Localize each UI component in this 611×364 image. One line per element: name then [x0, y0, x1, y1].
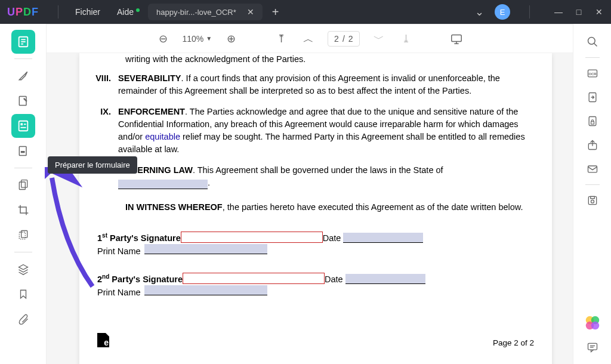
right-sidebar: OCR [573, 24, 611, 364]
print-name-field-1[interactable] [144, 244, 267, 254]
tooltip-prepare-form: Préparer le formulaire [48, 156, 137, 174]
page-current: 2 [334, 34, 339, 44]
convert-icon [587, 91, 598, 103]
menu-help[interactable]: Aide [109, 7, 142, 17]
svg-rect-26 [588, 166, 597, 172]
divider [585, 184, 600, 185]
svg-rect-11 [19, 182, 25, 190]
svg-rect-4 [19, 97, 26, 106]
maximize-button[interactable]: □ [574, 7, 584, 17]
chevron-down-icon[interactable]: ⌄ [475, 5, 484, 18]
search-icon [587, 36, 598, 48]
redact-button[interactable] [11, 139, 35, 163]
presentation-button[interactable] [448, 30, 465, 47]
divider [14, 168, 32, 168]
left-sidebar [0, 24, 47, 364]
lock-page-icon [587, 115, 598, 127]
protect-button[interactable] [582, 110, 603, 132]
clause-enforcement: IX. ENFORCEMENT. The Parties acknowledge… [91, 106, 540, 156]
next-page-button[interactable]: ﹀ [371, 30, 387, 47]
new-tab-button[interactable]: + [272, 5, 279, 19]
zoom-out-button[interactable]: ⊖ [155, 30, 171, 47]
zoom-value: 110% [182, 34, 203, 44]
edit-button[interactable] [11, 89, 35, 113]
chevron-down-icon: ▼ [206, 35, 212, 42]
crop-icon [17, 204, 29, 216]
date-field-2[interactable] [345, 274, 425, 284]
bookmark-icon [18, 288, 29, 300]
app-logo: UPDF [7, 6, 39, 18]
svg-rect-13 [19, 232, 25, 239]
signature-field-1[interactable] [181, 232, 323, 243]
page-input[interactable]: 2 / 2 [328, 31, 359, 47]
state-field[interactable] [118, 180, 208, 189]
mail-icon [587, 163, 598, 175]
print-name-field-2[interactable] [144, 285, 267, 295]
svg-point-33 [591, 322, 599, 330]
signature-block-2: 2nd Party's SignatureDate Print Name [97, 273, 540, 297]
minimize-button[interactable]: — [554, 7, 563, 17]
svg-rect-12 [21, 180, 27, 188]
prev-page-button[interactable]: ︿ [300, 30, 317, 47]
save-icon [587, 195, 598, 206]
ocr-button[interactable]: OCR [582, 63, 603, 84]
pages-button[interactable] [11, 173, 35, 197]
save-button[interactable] [582, 190, 603, 211]
signature-field-2[interactable] [183, 273, 325, 284]
search-button[interactable] [582, 31, 603, 53]
divider [14, 58, 32, 59]
svg-rect-14 [21, 231, 27, 238]
crop-button[interactable] [11, 198, 35, 222]
tab-close-icon[interactable]: ✕ [247, 7, 254, 17]
clause-severability: VIII. SEVERABILITY. If a court finds tha… [91, 72, 540, 97]
clause-governing-law: X. GOVERNING LAW. This Agreement shall b… [91, 164, 540, 189]
user-avatar[interactable]: E [495, 4, 510, 20]
document-page: writing with the acknowledgment of the P… [79, 53, 552, 364]
truncated-line: writing with the acknowledgment of the P… [125, 53, 540, 64]
watermark-button[interactable] [11, 223, 35, 247]
page-icon [17, 35, 30, 48]
svg-rect-6 [20, 123, 23, 125]
email-button[interactable] [582, 158, 603, 180]
page-number: Page 2 of 2 [493, 338, 534, 347]
share-icon [587, 139, 598, 151]
svg-point-28 [591, 200, 594, 203]
zoom-select[interactable]: 110% ▼ [182, 34, 212, 44]
ai-flower-icon[interactable] [584, 314, 601, 332]
tab-label: happy-bir...-love_OCR* [156, 8, 236, 17]
prepare-form-button[interactable] [11, 114, 35, 138]
last-page-button[interactable]: ⤓ [398, 30, 415, 47]
convert-button[interactable] [582, 87, 603, 108]
layers-button[interactable] [11, 257, 35, 281]
form-icon [17, 119, 30, 132]
share-button[interactable] [582, 134, 603, 156]
comment-button[interactable] [582, 337, 603, 358]
first-page-button[interactable]: ⤒ [273, 30, 289, 47]
zoom-in-button[interactable]: ⊕ [223, 30, 239, 47]
layers-icon [17, 263, 29, 275]
date-field-1[interactable] [343, 233, 423, 243]
document-tab[interactable]: happy-bir...-love_OCR* ✕ [148, 4, 263, 20]
divider [529, 5, 530, 18]
presentation-icon [450, 32, 463, 45]
content-area: ⊖ 110% ▼ ⊕ ⤒ ︿ 2 / 2 ﹀ ⤓ writing with t [47, 24, 573, 364]
page-total: 2 [348, 34, 353, 44]
page-footer: e Page 2 of 2 [91, 333, 540, 347]
attachment-button[interactable] [11, 307, 35, 331]
witness-text: IN WITNESS WHEREOF, the parties hereto h… [125, 201, 540, 214]
close-button[interactable]: ✕ [594, 7, 604, 17]
svg-line-19 [594, 44, 597, 47]
document-viewport[interactable]: writing with the acknowledgment of the P… [47, 53, 573, 364]
link-equitable[interactable]: equitable [145, 132, 180, 141]
svg-point-18 [588, 38, 595, 45]
reader-mode-button[interactable] [11, 30, 35, 54]
bookmark-button[interactable] [11, 282, 35, 306]
clause-number: VIII. [91, 72, 118, 97]
highlight-button[interactable] [11, 64, 35, 88]
menu-file[interactable]: Fichier [67, 7, 109, 17]
redact-icon [17, 145, 29, 157]
svg-rect-10 [20, 151, 24, 153]
svg-rect-24 [591, 122, 594, 124]
edit-page-icon [17, 95, 29, 107]
svg-rect-34 [588, 343, 597, 350]
